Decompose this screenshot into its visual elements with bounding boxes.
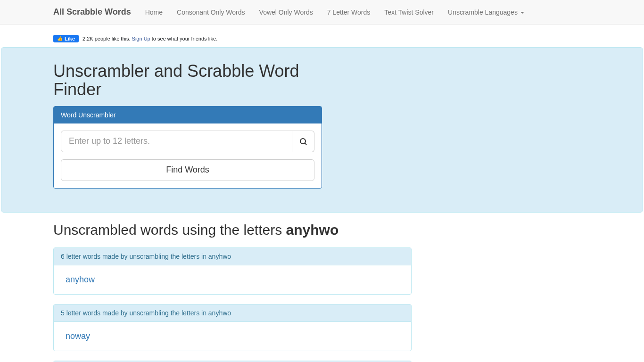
word-link[interactable]: noway	[61, 329, 95, 344]
navbar-brand[interactable]: All Scrabble Words	[53, 0, 138, 24]
result-group-6: 6 letter words made by unscrambling the …	[53, 247, 412, 295]
search-addon[interactable]	[292, 131, 314, 152]
nav-unscramble-languages[interactable]: Unscramble Languages	[441, 1, 531, 23]
result-group-heading: 5 letter words made by unscrambling the …	[54, 304, 411, 322]
result-group-5: 5 letter words made by unscrambling the …	[53, 304, 412, 351]
navbar: All Scrabble Words Home Consonant Only W…	[0, 0, 644, 25]
fb-like-text: 2.2K people like this. Sign Up to see wh…	[83, 36, 217, 41]
letters-input[interactable]	[61, 131, 292, 152]
search-icon	[300, 138, 306, 145]
unscrambler-panel: Word Unscrambler Find Words	[53, 106, 322, 189]
fb-like-button[interactable]: Like	[53, 35, 79, 42]
fb-like-row: Like 2.2K people like this. Sign Up to s…	[53, 25, 591, 47]
navbar-nav: Home Consonant Only Words Vowel Only Wor…	[138, 1, 531, 23]
nav-consonant-only[interactable]: Consonant Only Words	[170, 1, 252, 23]
result-group-heading: 6 letter words made by unscrambling the …	[54, 248, 411, 265]
word-link[interactable]: anyhow	[61, 272, 99, 287]
nav-home[interactable]: Home	[138, 1, 170, 23]
find-words-button[interactable]: Find Words	[61, 159, 314, 181]
chevron-down-icon	[520, 12, 524, 14]
fb-signup-link[interactable]: Sign Up	[132, 36, 150, 41]
nav-vowel-only[interactable]: Vowel Only Words	[252, 1, 320, 23]
nav-7-letter[interactable]: 7 Letter Words	[320, 1, 378, 23]
page-title: Unscrambler and Scrabble Word Finder	[53, 62, 322, 99]
jumbotron: Unscrambler and Scrabble Word Finder Wor…	[1, 47, 643, 213]
nav-text-twist[interactable]: Text Twist Solver	[377, 1, 441, 23]
unscrambler-panel-heading: Word Unscrambler	[54, 107, 322, 123]
results-heading: Unscrambled words using the letters anyh…	[53, 222, 412, 238]
